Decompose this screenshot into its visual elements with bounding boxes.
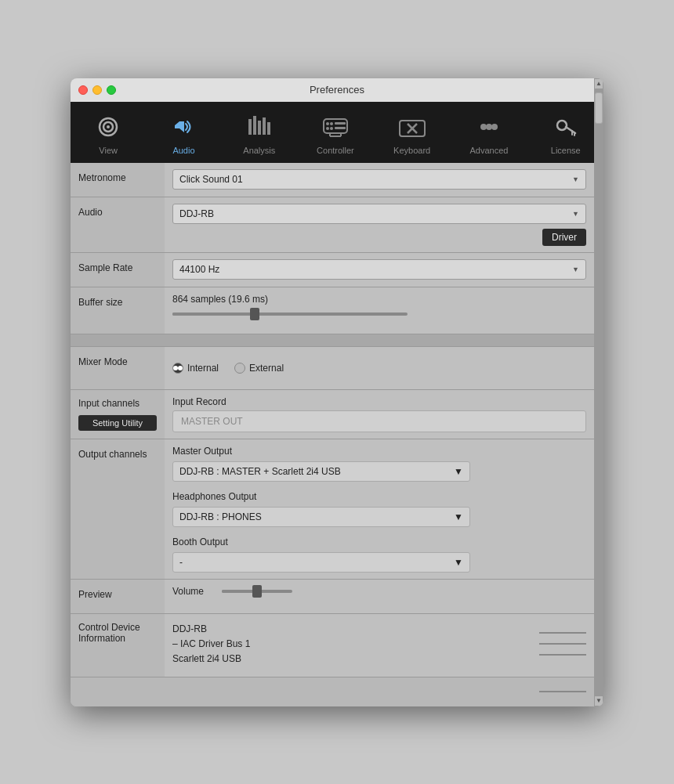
title-bar: Preferences (71, 78, 603, 102)
volume-slider-track[interactable] (222, 590, 292, 593)
master-output-select[interactable]: DDJ-RB : MASTER + Scarlett 2i4 USB ▼ (172, 461, 470, 482)
volume-slider-thumb[interactable] (252, 585, 262, 598)
maximize-button[interactable] (107, 85, 116, 95)
cdi-line-2: – IAC Driver Bus 1 (172, 637, 531, 652)
booth-arrow: ▼ (454, 557, 463, 568)
svg-rect-5 (253, 116, 256, 135)
cdi-line-3: Scarlett 2i4 USB (172, 652, 531, 667)
booth-label: Booth Output (172, 537, 586, 547)
mixer-mode-content: Internal External (165, 347, 594, 389)
mixer-mode-row: Mixer Mode Internal External (71, 347, 594, 390)
audio-device-arrow: ▼ (572, 210, 579, 218)
radio-external-circle (234, 363, 245, 374)
scrollbar-down-button[interactable]: ▼ (594, 695, 603, 706)
sample-rate-content: 44100 Hz ▼ (165, 253, 594, 287)
headphones-value: DDJ-RB : PHONES (179, 511, 262, 522)
svg-rect-9 (324, 119, 347, 133)
tab-advanced[interactable]: Advanced (461, 108, 518, 158)
bottom-bar (71, 677, 594, 706)
svg-point-23 (486, 124, 492, 130)
svg-point-25 (557, 121, 567, 130)
svg-rect-15 (335, 127, 346, 129)
radio-external[interactable]: External (234, 363, 284, 374)
svg-rect-7 (263, 117, 266, 135)
svg-marker-3 (175, 121, 184, 132)
buffer-size-label: Buffer size (71, 287, 165, 334)
tab-keyboard[interactable]: Keyboard (384, 108, 440, 158)
svg-point-2 (107, 125, 110, 128)
sample-rate-label: Sample Rate (71, 253, 165, 287)
audio-device-select[interactable]: DDJ-RB ▼ (172, 204, 586, 224)
output-channels-content: Master Output DDJ-RB : MASTER + Scarlett… (165, 439, 594, 579)
tab-audio[interactable]: Audio (156, 108, 211, 158)
tab-license-label: License (551, 146, 581, 155)
traffic-lights (78, 85, 116, 95)
tab-keyboard-label: Keyboard (393, 146, 430, 155)
volume-row: Volume (172, 586, 586, 597)
tab-license[interactable]: License (538, 108, 593, 158)
headphones-arrow: ▼ (454, 511, 463, 522)
cdi-dash-lines (539, 622, 586, 667)
metronome-content: Click Sound 01 ▼ (165, 163, 594, 197)
buffer-slider-fill (172, 313, 255, 316)
volume-label: Volume (172, 586, 216, 597)
svg-point-12 (326, 127, 329, 130)
main-panel: Metronome Click Sound 01 ▼ Audio DDJ-RB … (71, 163, 594, 706)
close-button[interactable] (78, 85, 88, 95)
radio-internal-label: Internal (187, 363, 219, 374)
input-record-label: Input Record (172, 396, 586, 407)
scrollbar-up-button[interactable]: ▲ (594, 78, 603, 89)
separator-1 (71, 334, 594, 347)
tab-audio-label: Audio (172, 146, 194, 155)
mixer-mode-label: Mixer Mode (71, 347, 165, 389)
scrollbar[interactable]: ▲ ▼ (594, 78, 603, 706)
toolbar: View Audio (71, 102, 603, 163)
tab-analysis[interactable]: Analysis (232, 108, 287, 158)
bottom-dash-line (539, 691, 586, 692)
tab-analysis-label: Analysis (243, 146, 275, 155)
control-device-label: Control DeviceInformation (71, 614, 165, 677)
cdi-line-1: DDJ-RB (172, 622, 531, 637)
audio-device-value: DDJ-RB (179, 208, 214, 219)
metronome-label: Metronome (71, 163, 165, 197)
buffer-size-row: Buffer size 864 samples (19.6 ms) (71, 287, 594, 334)
audio-icon (168, 111, 199, 143)
radio-internal[interactable]: Internal (172, 363, 219, 374)
tab-view[interactable]: View (81, 108, 136, 158)
audio-device-content: DDJ-RB ▼ Driver (165, 197, 594, 252)
minimize-button[interactable] (92, 85, 102, 95)
booth-select[interactable]: - ▼ (172, 552, 470, 573)
radio-external-label: External (249, 363, 284, 374)
dash-line-1 (539, 632, 586, 634)
sample-rate-value: 44100 Hz (179, 264, 219, 275)
svg-point-13 (330, 127, 333, 130)
input-channels-content: Input Record MASTER OUT (165, 390, 594, 439)
controller-icon (320, 111, 351, 143)
setting-utility-button[interactable]: Setting Utility (78, 415, 157, 431)
headphones-select[interactable]: DDJ-RB : PHONES ▼ (172, 507, 470, 527)
radio-internal-dot (173, 366, 178, 370)
booth-value: - (179, 557, 183, 568)
window-title: Preferences (310, 84, 364, 96)
svg-point-22 (480, 124, 487, 130)
sample-rate-row: Sample Rate 44100 Hz ▼ (71, 253, 594, 287)
control-device-content: DDJ-RB – IAC Driver Bus 1 Scarlett 2i4 U… (165, 614, 594, 677)
driver-button[interactable]: Driver (542, 229, 586, 246)
scrollbar-thumb[interactable] (595, 92, 603, 124)
radio-internal-circle (172, 363, 183, 374)
metronome-select[interactable]: Click Sound 01 ▼ (172, 169, 586, 190)
dash-line-2 (539, 643, 586, 645)
master-output-value: DDJ-RB : MASTER + Scarlett 2i4 USB (179, 466, 341, 477)
tab-controller-label: Controller (317, 146, 354, 155)
metronome-row: Metronome Click Sound 01 ▼ (71, 163, 594, 197)
content-wrapper: Metronome Click Sound 01 ▼ Audio DDJ-RB … (71, 163, 603, 706)
buffer-size-slider-track[interactable] (172, 313, 408, 316)
control-device-label-text: Control DeviceInformation (78, 622, 140, 644)
preferences-window: Preferences View (71, 78, 603, 706)
tab-controller[interactable]: Controller (307, 108, 364, 158)
sample-rate-select[interactable]: 44100 Hz ▼ (172, 259, 586, 280)
buffer-size-content: 864 samples (19.6 ms) (165, 287, 594, 334)
headphones-label: Headphones Output (172, 491, 586, 502)
buffer-slider-thumb[interactable] (250, 308, 259, 320)
audio-device-label: Audio (71, 197, 165, 252)
